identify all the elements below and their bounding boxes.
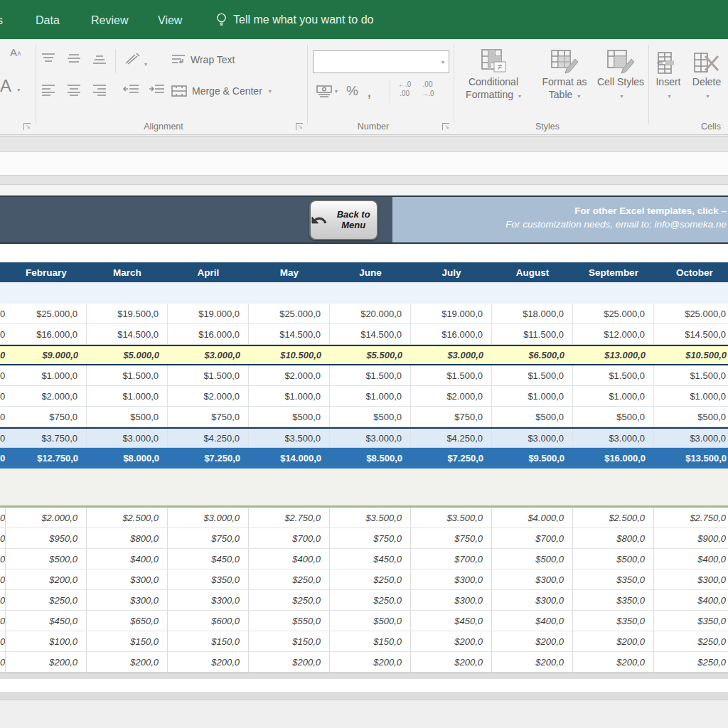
cell[interactable]: $500,0: [6, 549, 87, 569]
middle-align-icon[interactable]: [65, 52, 82, 65]
cell[interactable]: $14.500,0: [87, 324, 168, 344]
tab-data[interactable]: Data: [36, 14, 60, 27]
cell[interactable]: $16.000,0: [411, 324, 492, 344]
cell[interactable]: $6.500,0: [492, 346, 573, 364]
cell[interactable]: $1.500,0: [330, 365, 411, 385]
cell[interactable]: $1.500,0: [168, 365, 249, 385]
align-center-icon[interactable]: [65, 83, 82, 96]
cell[interactable]: $500,0: [87, 407, 168, 427]
cell[interactable]: $16.000,0: [573, 448, 654, 469]
cell[interactable]: $750,0: [6, 407, 87, 427]
cell[interactable]: $14.000,0: [249, 448, 330, 469]
cell[interactable]: $18.000,0: [492, 304, 573, 323]
cell[interactable]: $4.250,0: [411, 429, 492, 447]
cell[interactable]: $150,0: [87, 631, 168, 651]
align-left-icon[interactable]: [40, 83, 57, 96]
tab-view[interactable]: View: [158, 14, 182, 27]
cell[interactable]: $500,0: [249, 407, 330, 427]
cell[interactable]: $400,0: [249, 549, 330, 569]
wrap-text-button[interactable]: Wrap Text: [171, 53, 235, 66]
cell[interactable]: $10.500,0: [249, 346, 330, 364]
font-dialog-launcher[interactable]: ↘: [23, 123, 31, 130]
cell[interactable]: $2.000,0: [411, 386, 492, 406]
clipped-january-cell[interactable]: 0: [0, 569, 6, 589]
alignment-dialog-launcher[interactable]: ↘: [296, 123, 303, 130]
cell[interactable]: $16.000,0: [168, 324, 249, 344]
cell[interactable]: $12.000,0: [573, 324, 654, 344]
back-to-menu-button[interactable]: Back to Menu: [309, 200, 378, 240]
cell[interactable]: $450,0: [168, 549, 249, 569]
cell[interactable]: $750,0: [168, 407, 249, 427]
cell[interactable]: $5.500,0: [330, 346, 411, 364]
clipped-january-cell[interactable]: 0: [0, 448, 6, 469]
decrease-decimal-button[interactable]: .00 →.0: [421, 80, 434, 98]
cell[interactable]: $1.000,0: [6, 365, 87, 385]
cell[interactable]: $3.000,0: [573, 429, 654, 447]
clipped-january-cell[interactable]: 0: [0, 508, 6, 528]
cell[interactable]: $9.000,0: [6, 346, 87, 364]
cell[interactable]: $250,0: [330, 569, 411, 589]
cell[interactable]: $19.000,0: [168, 304, 249, 323]
cell[interactable]: $10.500,0: [654, 346, 728, 364]
cell[interactable]: $1.000,0: [249, 386, 330, 406]
cell[interactable]: $1.000,0: [573, 386, 654, 406]
cell[interactable]: $16.000,0: [6, 324, 87, 344]
cell[interactable]: $150,0: [168, 631, 249, 651]
month-header-cell[interactable]: March: [87, 262, 168, 282]
cell[interactable]: $750,0: [411, 528, 492, 548]
cell[interactable]: $3.500,0: [249, 429, 330, 447]
cell[interactable]: $200,0: [573, 631, 654, 651]
format-as-table-button[interactable]: Format as Table ▾: [532, 45, 597, 101]
cell[interactable]: $150,0: [330, 631, 411, 651]
tab-review[interactable]: Review: [91, 14, 128, 27]
cell[interactable]: $500,0: [654, 407, 728, 427]
cell[interactable]: $25.000,0: [573, 304, 654, 323]
cell[interactable]: $25.000,0: [6, 304, 87, 323]
cell[interactable]: $700,0: [492, 528, 573, 548]
cell[interactable]: $400,0: [654, 590, 728, 610]
cell[interactable]: $11.500,0: [492, 324, 573, 344]
cell[interactable]: $350,0: [573, 569, 654, 589]
month-header-cell[interactable]: September: [573, 262, 654, 282]
cell[interactable]: $300,0: [654, 569, 728, 589]
cell[interactable]: $950,0: [6, 528, 87, 548]
comma-style-button[interactable]: ,: [367, 87, 372, 95]
cell[interactable]: $3.000,0: [330, 429, 411, 447]
cell[interactable]: $5.000,0: [87, 346, 168, 364]
orientation-button[interactable]: ▾: [124, 52, 147, 68]
clipped-january-cell[interactable]: 0: [0, 346, 6, 364]
cell[interactable]: $8.500,0: [330, 448, 411, 469]
clipped-january-cell[interactable]: 0: [0, 304, 6, 323]
clipped-january-cell[interactable]: 0: [0, 590, 6, 610]
font-color-button[interactable]: A ▾: [0, 76, 20, 96]
merge-center-button[interactable]: Merge & Center ▾: [171, 85, 272, 97]
tell-me-box[interactable]: Tell me what you want to do: [215, 12, 373, 28]
decrease-indent-icon[interactable]: [122, 83, 141, 96]
cell[interactable]: $200,0: [87, 652, 168, 672]
cell[interactable]: $200,0: [492, 631, 573, 651]
number-dialog-launcher[interactable]: ↘: [442, 123, 449, 130]
cell[interactable]: $3.500,0: [411, 508, 492, 528]
cell[interactable]: $1.000,0: [330, 386, 411, 406]
conditional-formatting-button[interactable]: ≠ Conditional Formatting ▾: [461, 45, 526, 101]
cell[interactable]: $1.500,0: [411, 365, 492, 385]
cell[interactable]: $9.500,0: [492, 448, 573, 469]
month-header-cell[interactable]: August: [492, 262, 573, 282]
top-align-icon[interactable]: [40, 52, 57, 65]
clipped-january-cell[interactable]: 0: [0, 652, 6, 672]
cell[interactable]: $650,0: [87, 611, 168, 631]
cell[interactable]: $2.500,0: [87, 508, 168, 528]
cell[interactable]: $400,0: [87, 549, 168, 569]
increase-indent-icon[interactable]: [148, 83, 166, 96]
cell[interactable]: $13.500,0: [654, 448, 728, 469]
cell[interactable]: $1.000,0: [87, 386, 168, 406]
delete-cells-button[interactable]: Delete▾: [688, 45, 725, 101]
cell[interactable]: $250,0: [330, 590, 411, 610]
cell[interactable]: $14.500,0: [330, 324, 411, 344]
align-right-icon[interactable]: [91, 83, 108, 96]
cell[interactable]: $250,0: [654, 631, 728, 651]
clipped-january-cell[interactable]: 0: [0, 429, 6, 447]
month-header-cell[interactable]: July: [411, 262, 492, 282]
cell[interactable]: $1.000,0: [654, 386, 728, 406]
clipped-january-cell[interactable]: 0: [0, 386, 6, 406]
